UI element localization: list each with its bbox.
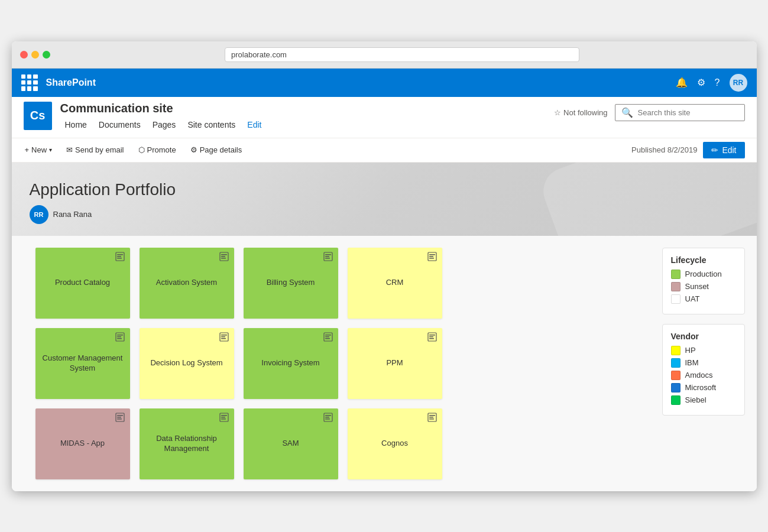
app-card-icon — [115, 412, 125, 425]
app-card-icon — [219, 332, 229, 345]
svg-rect-17 — [117, 335, 123, 336]
waffle-icon[interactable] — [21, 74, 38, 91]
search-input[interactable] — [638, 108, 738, 117]
lifecycle-color-swatch — [671, 270, 680, 279]
chevron-down-icon: ▾ — [49, 147, 52, 153]
svg-rect-5 — [221, 254, 227, 255]
svg-rect-34 — [117, 417, 121, 418]
vendor-color-swatch — [671, 371, 680, 380]
email-icon: ✉ — [66, 145, 73, 154]
search-box[interactable]: 🔍 — [615, 104, 745, 121]
app-card[interactable]: Activation System — [140, 248, 234, 319]
svg-rect-39 — [221, 419, 226, 420]
lifecycle-color-swatch — [671, 282, 680, 291]
legend-panel: Lifecycle Production Sunset UAT Vendor H… — [662, 248, 745, 479]
page-details-button[interactable]: ⚙ Page details — [189, 143, 244, 157]
nav-site-contents[interactable]: Site contents — [183, 118, 240, 133]
app-card[interactable]: MIDAS - App — [35, 408, 130, 479]
app-card-icon — [427, 251, 438, 264]
nav-documents[interactable]: Documents — [94, 118, 145, 133]
lifecycle-legend-item: Production — [671, 270, 736, 279]
star-icon: ☆ — [554, 108, 561, 117]
vendor-legend-item: IBM — [671, 358, 736, 368]
app-card-icon — [323, 332, 333, 345]
toolbar: + New ▾ ✉ Send by email ⬡ Promote ⚙ Page… — [12, 138, 757, 163]
send-email-label: Send by email — [75, 145, 124, 154]
close-dot[interactable] — [20, 51, 28, 59]
svg-rect-35 — [117, 419, 122, 420]
pencil-icon: ✏ — [711, 145, 718, 155]
site-info: Communication site Home Documents Pages … — [60, 102, 546, 133]
app-card[interactable]: Invoicing System — [244, 328, 338, 399]
header-icons: 🔔 ⚙ ? RR — [676, 74, 747, 92]
new-label: New — [31, 145, 47, 154]
site-nav: Home Documents Pages Site contents Edit — [60, 118, 546, 133]
site-name: Communication site — [60, 102, 546, 115]
svg-rect-47 — [429, 419, 434, 420]
app-card-icon — [219, 251, 229, 264]
svg-rect-11 — [325, 258, 330, 259]
app-card-icon — [323, 412, 333, 425]
app-card[interactable]: Product Catalog — [35, 248, 130, 319]
app-card-icon — [219, 412, 229, 425]
browser-bar: prolaborate.com — [12, 41, 757, 69]
new-button[interactable]: + New ▾ — [24, 143, 54, 157]
settings-icon[interactable]: ⚙ — [697, 77, 705, 88]
site-header-right: ☆ Not following 🔍 — [554, 102, 744, 121]
app-card[interactable]: PPM — [348, 328, 442, 399]
site-header-top: Cs Communication site Home Documents Pag… — [24, 102, 745, 138]
svg-rect-30 — [429, 336, 433, 338]
svg-rect-46 — [429, 417, 433, 418]
address-bar[interactable]: prolaborate.com — [225, 47, 579, 62]
browser-dots — [20, 51, 50, 59]
promote-label: Promote — [147, 145, 176, 154]
author-name: Rana Rana — [53, 210, 92, 219]
app-card[interactable]: CRM — [348, 248, 442, 319]
app-card-icon — [323, 251, 333, 264]
app-card[interactable]: Billing System — [244, 248, 338, 319]
app-card-label: SAM — [282, 439, 299, 449]
app-card-icon — [115, 332, 125, 345]
edit-button[interactable]: ✏ Edit — [703, 142, 744, 158]
page-details-label: Page details — [200, 145, 242, 154]
vendor-title: Vendor — [671, 332, 736, 341]
apps-grid: Product Catalog Activation System Billin… — [35, 248, 650, 479]
svg-rect-2 — [117, 256, 121, 257]
app-card-label: Invoicing System — [261, 358, 319, 368]
vendor-item-label: HP — [685, 346, 696, 355]
promote-button[interactable]: ⬡ Promote — [137, 143, 177, 157]
lifecycle-title: Lifecycle — [671, 255, 736, 265]
vendor-legend-item: Microsoft — [671, 383, 736, 392]
user-avatar[interactable]: RR — [730, 74, 747, 92]
app-card[interactable]: Customer Management System — [35, 328, 130, 399]
nav-edit[interactable]: Edit — [242, 118, 266, 133]
browser-window: prolaborate.com SharePoint 🔔 ⚙ ? RR Cs C… — [12, 41, 757, 491]
not-following-button[interactable]: ☆ Not following — [554, 108, 607, 117]
svg-rect-33 — [117, 415, 123, 416]
app-card-label: Product Catalog — [55, 278, 110, 288]
lifecycle-legend-item: UAT — [671, 294, 736, 304]
app-card[interactable]: SAM — [244, 408, 338, 479]
app-card[interactable]: Decision Log System — [140, 328, 234, 399]
bell-icon[interactable]: 🔔 — [676, 77, 688, 88]
help-icon[interactable]: ? — [715, 77, 720, 88]
nav-home[interactable]: Home — [60, 118, 92, 133]
vendor-legend-item: Amdocs — [671, 371, 736, 380]
nav-pages[interactable]: Pages — [148, 118, 181, 133]
app-card[interactable]: Cognos — [348, 408, 442, 479]
minimize-dot[interactable] — [31, 51, 39, 59]
toolbar-right: Published 8/2/2019 ✏ Edit — [631, 142, 744, 158]
not-following-label: Not following — [563, 108, 607, 117]
svg-rect-37 — [221, 415, 227, 416]
maximize-dot[interactable] — [43, 51, 50, 59]
svg-rect-9 — [325, 254, 331, 255]
plus-icon: + — [25, 145, 30, 154]
sp-header: SharePoint 🔔 ⚙ ? RR — [12, 69, 757, 97]
svg-rect-27 — [325, 338, 330, 339]
svg-rect-7 — [221, 258, 226, 259]
app-card-label: Activation System — [156, 278, 217, 288]
vendor-color-swatch — [671, 358, 680, 368]
send-email-button[interactable]: ✉ Send by email — [65, 143, 125, 157]
gear-icon: ⚙ — [190, 145, 197, 154]
app-card[interactable]: Data Relationship Management — [140, 408, 234, 479]
